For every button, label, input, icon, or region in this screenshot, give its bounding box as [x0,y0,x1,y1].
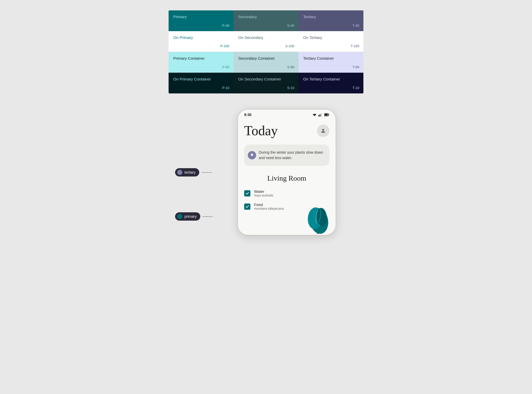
color-label-on-primary: On Primary [173,35,229,40]
color-code-on-tertiary: T-100 [351,44,359,48]
phone-mockup-wrapper: tertiary primary 9:30 [175,109,357,235]
status-bar: 9:30 [238,110,336,119]
phone-content: Today During the winter your plants sl [238,119,336,235]
tip-card: During the winter your plants slow down … [244,145,329,166]
svg-rect-4 [321,113,322,117]
annotation-label-primary: primary [184,214,197,219]
color-code-on-primary-container: P-10 [222,86,229,90]
task-info-feed: Feed monstera siltepecana [254,202,284,210]
task-list: Water hoya australis Feed monstera silte… [244,187,329,229]
color-label-secondary-container: Secondary Container [238,56,294,60]
color-cell-on-primary-container: On Primary Container P-10 [169,73,234,93]
lightbulb-icon [250,153,254,157]
signal-icon [318,113,323,117]
wifi-icon [312,113,317,117]
color-code-secondary: S-40 [287,24,294,28]
color-code-on-secondary: S-100 [285,44,294,48]
annotation-dot-primary [177,214,182,219]
color-cell-tertiary-40: Tertiary T-40 [298,10,363,31]
annotation-line-primary [202,216,213,217]
annotation-line-tertiary [201,172,212,173]
color-label-on-secondary-container: On Secondary Container [238,77,294,81]
plant-illustration [301,198,332,234]
task-sub-water: hoya australis [254,194,273,197]
tip-text: During the winter your plants slow down … [259,150,324,161]
tip-icon [248,151,256,159]
svg-rect-3 [320,114,321,117]
svg-rect-6 [329,114,329,116]
status-time: 9:30 [244,113,251,117]
annotation-tertiary: tertiary [175,168,212,176]
annotation-dot-tertiary [177,170,182,175]
color-code-on-primary: P-100 [220,44,229,48]
task-info-water: Water hoya australis [254,189,273,197]
color-label-on-secondary: On Secondary [238,35,294,40]
svg-rect-2 [318,115,319,117]
checkmark-icon-2 [245,205,249,208]
color-cell-on-tertiary: On Tertiary T-100 [298,31,363,52]
annotation-pill-primary: primary [175,212,200,221]
checkbox-water[interactable] [244,190,250,196]
color-cell-on-secondary-container: On Secondary Container S-10 [234,73,298,93]
color-label-primary: Primary [173,15,229,19]
annotation-pill-tertiary: tertiary [175,168,199,176]
annotation-primary: primary [175,212,213,221]
page-title: Today [244,123,278,138]
color-code-tertiary: T-40 [353,24,359,28]
color-code-primary-container: P-90 [222,65,229,69]
color-cell-secondary-container: Secondary Container S-90 [234,52,298,73]
avatar-button[interactable] [317,125,329,137]
color-cell-on-tertiary-container: On Tertiary Container T-10 [298,73,363,93]
color-cell-secondary-40: Secondary S-40 [234,10,298,31]
checkmark-icon [245,192,249,195]
color-cell-primary-container: Primary Container P-90 [169,52,234,73]
task-sub-feed: monstera siltepecana [254,207,284,210]
checkbox-feed[interactable] [244,203,250,210]
color-code-on-tertiary-container: T-10 [353,86,359,90]
color-label-on-tertiary: On Tertiary [303,35,359,40]
color-cell-tertiary-container: Tertiary Container T-90 [298,52,363,73]
status-icons [312,113,329,117]
svg-point-8 [322,129,324,131]
task-name-feed: Feed [254,202,284,207]
svg-rect-13 [317,230,319,234]
color-cell-primary-40: Primary P-40 [169,10,234,31]
color-palette-table: Primary P-40 Secondary S-40 Tertiary T-4… [169,10,363,93]
annotation-label-tertiary: tertiary [184,170,196,174]
color-label-on-primary-container: On Primary Container [173,77,229,81]
battery-icon [324,113,329,116]
svg-rect-7 [325,114,328,116]
color-code-tertiary-container: T-90 [353,65,359,69]
color-code-secondary-container: S-90 [287,65,294,69]
section-title-living-room: Living Room [244,174,329,182]
phone-device: 9:30 [237,109,336,235]
color-label-on-tertiary-container: On Tertiary Container [303,77,359,81]
color-cell-on-secondary: On Secondary S-100 [234,31,298,52]
person-icon [320,128,326,134]
color-code-primary: P-40 [222,24,229,28]
color-cell-on-primary: On Primary P-100 [169,31,234,52]
color-label-secondary: Secondary [238,15,294,19]
task-name-water: Water [254,189,273,194]
color-label-tertiary: Tertiary [303,15,359,19]
color-label-tertiary-container: Tertiary Container [303,56,359,60]
color-code-on-secondary-container: S-10 [287,86,294,90]
page-header: Today [244,119,329,138]
color-label-primary-container: Primary Container [173,56,229,60]
